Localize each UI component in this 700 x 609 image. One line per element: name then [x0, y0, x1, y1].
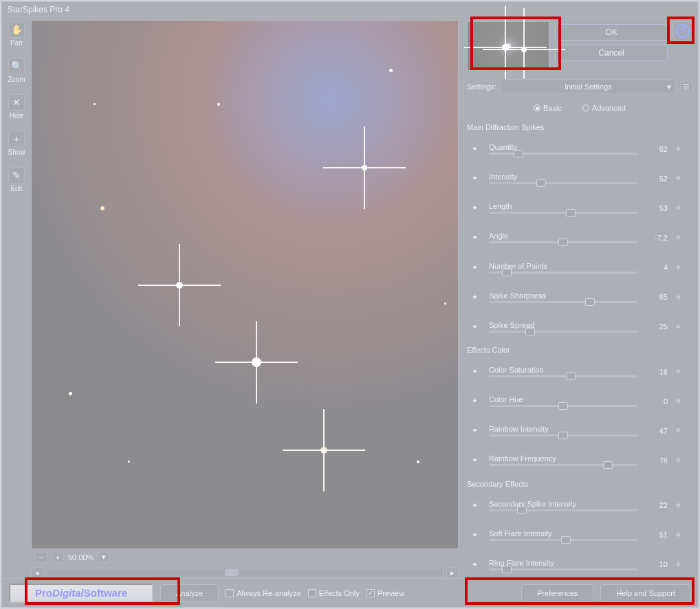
settings-menu-button[interactable]: ☰ [680, 81, 692, 92]
param-row: ✦Rainbow Frequency78✧ [467, 447, 690, 474]
param-row: ✦Length53✧ [467, 195, 690, 221]
slider-thumb[interactable] [566, 209, 576, 217]
param-slider[interactable] [489, 375, 637, 377]
param-min-icon[interactable]: ✦ [467, 319, 482, 334]
param-min-icon[interactable]: ✦ [467, 230, 482, 245]
param-max-icon[interactable]: ✧ [670, 364, 686, 379]
param-max-icon[interactable]: ✧ [670, 498, 686, 513]
param-max-icon[interactable]: ✧ [670, 171, 686, 186]
effects-only-checkbox[interactable]: Effects Only [308, 589, 360, 597]
slider-thumb[interactable] [536, 179, 546, 187]
param-slider[interactable] [489, 405, 637, 407]
slider-thumb[interactable] [514, 150, 523, 157]
slider-thumb[interactable] [585, 298, 595, 306]
param-slider[interactable] [489, 272, 637, 274]
analyze-button[interactable]: Analyze [160, 584, 219, 602]
param-slider[interactable] [489, 182, 637, 184]
param-min-icon[interactable]: ✦ [467, 498, 482, 513]
param-slider[interactable] [489, 153, 637, 155]
ok-button[interactable]: OK [555, 24, 668, 41]
param-row: ✦Intensity52✧ [467, 165, 690, 192]
param-max-icon[interactable]: ✧ [670, 527, 686, 542]
param-max-icon[interactable]: ✧ [670, 201, 686, 216]
slider-thumb[interactable] [558, 239, 568, 246]
preview-checkbox[interactable]: Preview [367, 589, 404, 597]
param-max-icon[interactable]: ✧ [670, 289, 686, 304]
param-max-icon[interactable]: ✧ [670, 142, 686, 157]
slider-thumb[interactable] [566, 373, 576, 380]
param-min-icon[interactable]: ✦ [467, 527, 482, 542]
zoom-in-button[interactable]: + [52, 552, 64, 563]
slider-thumb[interactable] [502, 269, 512, 276]
param-min-icon[interactable]: ✦ [467, 453, 482, 468]
settings-label: Settings: [467, 82, 496, 91]
settings-preset-value: Initial Settings [565, 82, 611, 91]
param-row: ✦Rainbow Intensity47✧ [467, 417, 690, 444]
slider-thumb[interactable] [502, 566, 512, 573]
param-min-icon[interactable]: ✦ [467, 142, 482, 157]
param-slider[interactable] [489, 568, 637, 571]
param-min-icon[interactable]: ✦ [467, 364, 482, 379]
help-support-button[interactable]: Help and Support [600, 584, 691, 602]
param-max-icon[interactable]: ✧ [670, 394, 686, 409]
slider-thumb[interactable] [558, 432, 568, 439]
slider-thumb[interactable] [525, 328, 535, 335]
param-value: 22 [640, 501, 668, 509]
scroll-right-button[interactable]: ▸ [446, 567, 459, 578]
edit-icon: ✎ [8, 167, 25, 184]
result-thumbnail[interactable] [467, 21, 549, 71]
slider-thumb[interactable] [558, 402, 568, 410]
param-slider[interactable] [489, 301, 637, 303]
param-slider[interactable] [489, 434, 637, 436]
param-row: ✦Soft Flare Intensity51✧ [467, 522, 690, 549]
tool-label: Show [8, 148, 25, 156]
param-min-icon[interactable]: ✦ [467, 201, 482, 216]
cancel-button[interactable]: Cancel [555, 45, 668, 61]
help-icon: ? [675, 23, 690, 38]
param-min-icon[interactable]: ✦ [467, 260, 482, 275]
param-max-icon[interactable]: ✧ [670, 423, 686, 439]
tool-hide[interactable]: ✕Hide [6, 94, 27, 120]
zoom-out-button[interactable]: − [35, 552, 47, 563]
param-max-icon[interactable]: ✧ [670, 557, 686, 572]
mode-basic-radio[interactable]: Basic [534, 104, 562, 112]
tool-edit[interactable]: ✎Edit [6, 167, 27, 192]
param-slider[interactable] [489, 464, 637, 466]
help-icon-button[interactable]: ? [673, 21, 692, 41]
param-max-icon[interactable]: ✧ [670, 319, 686, 334]
param-max-icon[interactable]: ✧ [670, 453, 686, 468]
param-slider[interactable] [489, 509, 637, 511]
horizontal-scrollbar[interactable]: ◂ ▸ [31, 567, 459, 578]
tool-zoom[interactable]: 🔍Zoom [6, 58, 27, 83]
param-max-icon[interactable]: ✧ [670, 230, 686, 245]
param-row: ✦Ring Flare Intensity10✧ [467, 551, 690, 578]
slider-thumb[interactable] [603, 461, 613, 469]
tool-show[interactable]: +Show [6, 131, 27, 156]
scroll-thumb[interactable] [225, 569, 239, 576]
settings-preset-dropdown[interactable]: Initial Settings [501, 79, 676, 94]
preferences-button[interactable]: Preferences [521, 584, 593, 602]
section-secondary-title: Secondary Effects [467, 480, 690, 488]
tool-pan[interactable]: ✋Pan [6, 21, 27, 47]
slider-thumb[interactable] [517, 507, 527, 514]
scroll-track[interactable] [46, 568, 444, 577]
param-max-icon[interactable]: ✧ [670, 260, 686, 275]
preview-canvas[interactable] [31, 20, 459, 549]
always-reanalyze-checkbox[interactable]: Always Re-analyze [226, 589, 301, 597]
param-min-icon[interactable]: ✦ [467, 289, 482, 304]
param-min-icon[interactable]: ✦ [467, 171, 482, 186]
param-slider[interactable] [489, 241, 637, 243]
show-icon: + [8, 131, 25, 147]
param-slider[interactable] [489, 331, 637, 333]
param-min-icon[interactable]: ✦ [467, 557, 482, 572]
zoom-menu-button[interactable]: ▾ [98, 552, 110, 563]
mode-advanced-radio[interactable]: Advanced [582, 104, 626, 112]
window-titlebar: StarSpikes Pro 4 [2, 2, 698, 17]
brand-button[interactable]: ProDigital Software [9, 584, 153, 603]
param-slider[interactable] [489, 539, 637, 541]
slider-thumb[interactable] [561, 536, 571, 544]
param-min-icon[interactable]: ✦ [467, 394, 482, 409]
param-slider[interactable] [489, 212, 637, 214]
scroll-left-button[interactable]: ◂ [31, 567, 43, 578]
param-min-icon[interactable]: ✦ [467, 423, 482, 439]
